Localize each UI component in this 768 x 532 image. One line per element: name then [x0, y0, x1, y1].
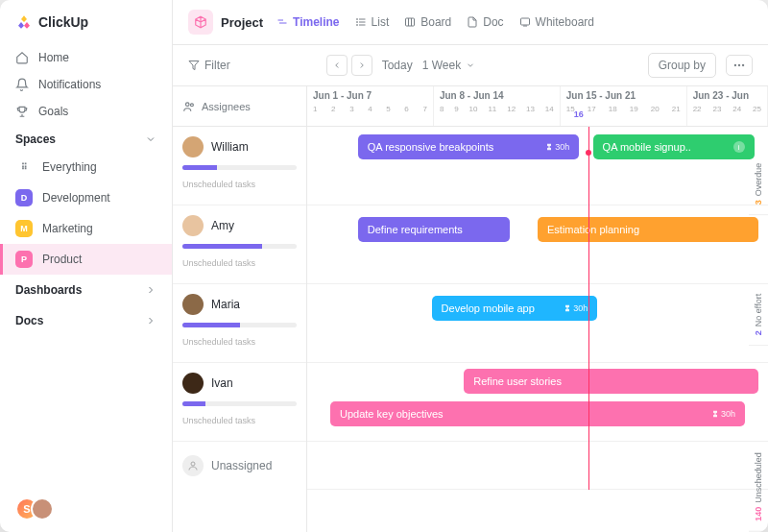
assignee-row[interactable]: Maria Unscheduled tasks: [173, 284, 306, 363]
tab-board[interactable]: Board: [404, 15, 451, 29]
task-qa-responsive[interactable]: QA responsive breakpoints 30h: [358, 134, 579, 159]
tab-doc[interactable]: Doc: [467, 15, 503, 29]
svg-rect-8: [406, 18, 415, 26]
task-time: 30h: [564, 303, 588, 313]
nav-home[interactable]: Home: [0, 44, 172, 71]
svg-point-7: [356, 25, 357, 26]
timeline: Assignees William Unscheduled tasks Amy …: [173, 86, 768, 532]
filter-label: Filter: [204, 59, 230, 72]
group-by-button[interactable]: Group by: [648, 53, 716, 78]
tab-label: Timeline: [293, 15, 339, 29]
section-label: Spaces: [15, 133, 56, 146]
task-qa-mobile[interactable]: QA mobile signup.. i: [593, 134, 755, 159]
timeline-left: Assignees William Unscheduled tasks Amy …: [173, 86, 307, 532]
hourglass-icon: [545, 143, 553, 151]
grid-icon: ⠿: [15, 158, 33, 176]
prev-button[interactable]: [326, 55, 348, 76]
user-avatars[interactable]: S: [0, 486, 172, 532]
chevron-right-icon: [357, 60, 367, 70]
assignee-name: Maria: [211, 298, 240, 311]
task-label: Define requirements: [368, 224, 463, 235]
task-time: 30h: [545, 142, 569, 152]
date-header: Jun 1 - Jun 7 1234567 Jun 8 - Jun 14 891…: [307, 86, 768, 127]
unscheduled-label[interactable]: Unscheduled tasks: [182, 258, 297, 268]
project-title[interactable]: Project: [188, 10, 263, 35]
space-development[interactable]: D Development: [0, 182, 172, 213]
assignees-label: Assignees: [202, 101, 251, 112]
doc-icon: [467, 16, 478, 28]
day-numbers: 1234567: [313, 105, 427, 113]
section-label: Dashboards: [15, 283, 82, 297]
svg-point-15: [738, 64, 740, 66]
avatar: [182, 215, 204, 236]
badge-overdue[interactable]: 3Overdue: [749, 85, 768, 215]
nav-notifications[interactable]: Notifications: [0, 71, 172, 98]
progress-bar: [182, 401, 297, 406]
unscheduled-label[interactable]: Unscheduled tasks: [182, 180, 297, 189]
timeline-grid[interactable]: Jun 1 - Jun 7 1234567 Jun 8 - Jun 14 891…: [307, 86, 768, 532]
assignee-name: Ivan: [211, 376, 233, 390]
task-update-objectives[interactable]: Update key objectives 30h: [330, 401, 745, 426]
grid-row: [307, 442, 768, 490]
nav-label: Notifications: [38, 78, 101, 91]
svg-marker-13: [189, 61, 199, 70]
assignees-header[interactable]: Assignees: [173, 86, 306, 127]
svg-point-17: [186, 102, 190, 106]
chevron-down-icon: [466, 60, 475, 70]
hourglass-icon: [711, 410, 719, 418]
space-everything[interactable]: ⠿ Everything: [0, 152, 172, 182]
unscheduled-label[interactable]: Unscheduled tasks: [182, 416, 297, 425]
svg-rect-11: [520, 18, 529, 25]
tab-list[interactable]: List: [355, 15, 390, 29]
space-product[interactable]: P Product: [0, 244, 172, 275]
grid-row: Define requirements Estimation planning: [307, 206, 768, 284]
assignee-row[interactable]: William Unscheduled tasks: [173, 127, 306, 206]
docs-section[interactable]: Docs: [0, 305, 172, 336]
task-refine-stories[interactable]: Refine user stories: [464, 369, 758, 394]
main: Project Timeline List Board Doc: [173, 0, 768, 532]
brand-name: ClickUp: [38, 14, 88, 30]
range-select[interactable]: 1 Week: [422, 59, 475, 72]
chevron-down-icon: [145, 133, 156, 145]
side-badges: 3Overdue 2No effort 140Unscheduled: [749, 85, 768, 532]
space-badge: M: [15, 220, 33, 237]
assignee-row[interactable]: Ivan Unscheduled tasks: [173, 363, 306, 442]
space-label: Product: [42, 253, 82, 266]
space-marketing[interactable]: M Marketing: [0, 213, 172, 244]
unassigned-row[interactable]: Unassigned: [173, 442, 306, 490]
people-icon: [182, 100, 196, 113]
next-button[interactable]: [351, 55, 372, 76]
unscheduled-label[interactable]: Unscheduled tasks: [182, 337, 297, 347]
task-develop-mobile[interactable]: Develop mobile app 30h: [432, 296, 598, 321]
more-button[interactable]: [726, 55, 753, 76]
assignee-name: Amy: [211, 219, 234, 232]
project-icon: [188, 10, 213, 35]
assignee-row[interactable]: Amy Unscheduled tasks: [173, 206, 306, 284]
task-time: 30h: [711, 409, 735, 419]
avatar-teammate[interactable]: [31, 497, 54, 520]
filter-bar: Filter Today 1 Week Group by: [173, 45, 768, 86]
task-estimation-planning[interactable]: Estimation planning: [538, 217, 758, 242]
info-icon: i: [733, 141, 745, 153]
progress-fill: [182, 323, 240, 327]
nav-goals[interactable]: Goals: [0, 98, 172, 125]
space-badge: D: [15, 189, 33, 206]
week-column: Jun 15 - Jun 21 151718192021 16: [561, 86, 687, 126]
task-define-requirements[interactable]: Define requirements: [358, 217, 510, 242]
logo[interactable]: ClickUp: [0, 0, 172, 44]
tab-timeline[interactable]: Timeline: [276, 15, 339, 29]
progress-bar: [182, 323, 297, 327]
badge-no-effort[interactable]: 2No effort: [749, 215, 768, 346]
tab-label: Doc: [483, 15, 503, 29]
avatar: [182, 136, 204, 157]
spaces-header[interactable]: Spaces: [0, 125, 172, 152]
dashboards-section[interactable]: Dashboards: [0, 275, 172, 305]
svg-point-18: [190, 103, 193, 106]
progress-fill: [182, 165, 217, 170]
today-button[interactable]: Today: [382, 59, 413, 72]
home-icon: [15, 51, 29, 64]
task-label: QA responsive breakpoints: [368, 141, 493, 153]
tab-whiteboard[interactable]: Whiteboard: [519, 15, 594, 29]
filter-button[interactable]: Filter: [188, 59, 230, 72]
badge-unscheduled[interactable]: 140Unscheduled: [749, 346, 768, 532]
